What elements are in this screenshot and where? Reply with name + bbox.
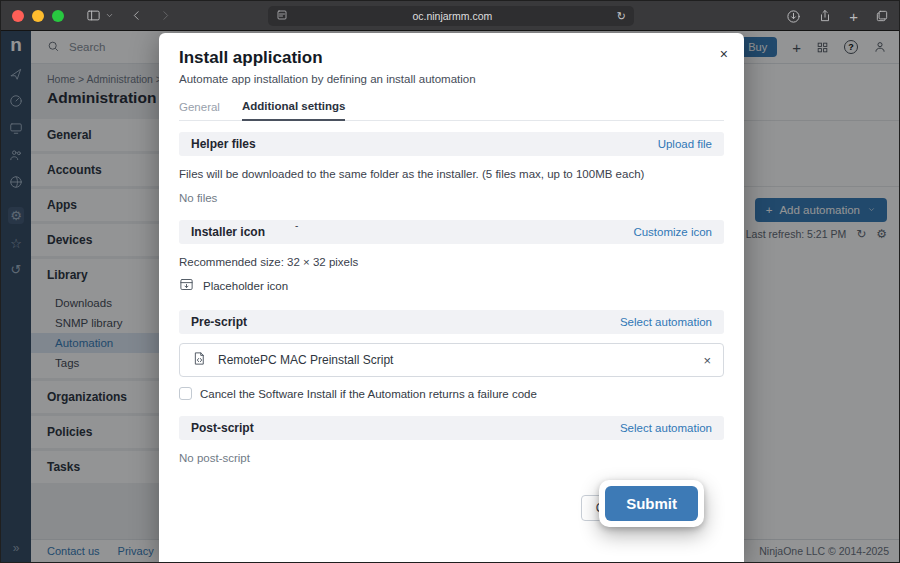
- modal-subtitle: Automate app installation by defining an…: [159, 68, 744, 85]
- pre-script-heading: Pre-script: [191, 315, 247, 329]
- recommended-size-text: Recommended size: 32 × 32 pixels: [179, 256, 724, 268]
- browser-chrome: oc.ninjarmm.com ↻ +: [1, 1, 899, 31]
- cancel-install-checkbox-label: Cancel the Software Install if the Autom…: [200, 388, 537, 400]
- cancel-install-checkbox[interactable]: [179, 387, 192, 400]
- tab-general[interactable]: General: [179, 100, 220, 120]
- submit-highlight-card: Submit: [599, 480, 704, 527]
- new-tab-icon[interactable]: +: [849, 8, 858, 25]
- close-window-button[interactable]: [12, 10, 24, 22]
- post-script-heading: Post-script: [191, 421, 254, 435]
- chevron-down-icon[interactable]: [105, 11, 114, 20]
- forward-icon[interactable]: [159, 9, 172, 22]
- address-bar[interactable]: oc.ninjarmm.com ↻: [268, 6, 634, 26]
- back-icon[interactable]: [130, 9, 143, 22]
- window-controls: [12, 10, 64, 22]
- selected-automation-name: RemotePC MAC Preinstall Script: [218, 353, 393, 367]
- tab-additional-settings[interactable]: Additional settings: [242, 100, 346, 121]
- zoom-window-button[interactable]: [52, 10, 64, 22]
- remove-automation-icon[interactable]: ×: [703, 354, 711, 367]
- script-file-icon: [192, 351, 207, 369]
- install-application-modal: × Install application Automate app insta…: [159, 33, 744, 562]
- installer-icon-heading: Installer icon: [191, 225, 265, 239]
- helper-files-section-header: Helper files Upload file: [179, 132, 724, 156]
- sidebar-toggle-icon[interactable]: [86, 8, 101, 23]
- customize-icon-link[interactable]: Customize icon: [633, 226, 712, 238]
- helper-files-heading: Helper files: [191, 137, 256, 151]
- helper-files-description: Files will be downloaded to the same fol…: [179, 168, 724, 180]
- modal-button-zone: Cancel Submit: [199, 480, 704, 540]
- pre-script-section-header: Pre-script Select automation: [179, 310, 724, 334]
- url-text: oc.ninjarmm.com: [288, 10, 617, 22]
- post-script-select-automation-link[interactable]: Select automation: [620, 422, 712, 434]
- browser-window: oc.ninjarmm.com ↻ + n: [0, 0, 900, 563]
- selected-automation-row: RemotePC MAC Preinstall Script ×: [179, 343, 724, 377]
- helper-files-empty-text: No files: [179, 192, 724, 204]
- pre-script-select-automation-link[interactable]: Select automation: [620, 316, 712, 328]
- placeholder-app-icon: [179, 277, 194, 294]
- tab-overview-icon[interactable]: [875, 9, 889, 23]
- reload-icon[interactable]: ↻: [617, 10, 626, 23]
- site-settings-icon[interactable]: [276, 9, 288, 23]
- installer-icon-section-header: Installer icon - Customize icon: [179, 220, 724, 244]
- upload-file-link[interactable]: Upload file: [658, 138, 712, 150]
- installer-icon-dash: -: [295, 220, 298, 231]
- close-icon[interactable]: ×: [720, 47, 728, 61]
- post-script-empty-text: No post-script: [179, 452, 724, 464]
- submit-button[interactable]: Submit: [605, 486, 698, 521]
- placeholder-icon-label: Placeholder icon: [203, 280, 288, 292]
- share-icon[interactable]: [818, 9, 832, 23]
- cancel-install-checkbox-row: Cancel the Software Install if the Autom…: [179, 387, 724, 400]
- modal-tabs: General Additional settings: [179, 100, 724, 121]
- placeholder-icon-row: Placeholder icon: [179, 277, 724, 294]
- downloads-icon[interactable]: [786, 9, 801, 24]
- post-script-section-header: Post-script Select automation: [179, 416, 724, 440]
- minimize-window-button[interactable]: [32, 10, 44, 22]
- modal-title: Install application: [159, 33, 744, 68]
